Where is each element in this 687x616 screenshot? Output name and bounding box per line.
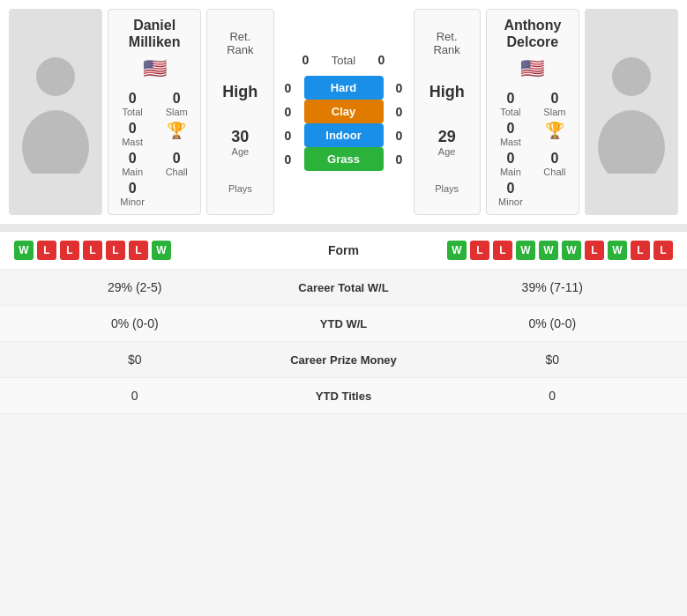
stat-left-3: 0 <box>14 389 256 403</box>
surface-btn-indoor[interactable]: Indoor <box>304 123 384 147</box>
right-total-value: 0 <box>506 91 514 107</box>
form-badge-right-7: W <box>608 241 627 260</box>
form-badge-right-4: W <box>539 241 558 260</box>
left-age-block: 30 Age <box>231 128 249 157</box>
stats-row-1: 0% (0-0) YTD W/L 0% (0-0) <box>0 306 687 342</box>
left-player-info: Daniel Milliken 🇺🇸 0 Total 0 Slam 0 Mast… <box>108 9 201 215</box>
right-mast-value: 0 <box>506 121 514 137</box>
right-age-block: 29 Age <box>438 128 456 157</box>
form-badge-left-3: L <box>83 241 102 260</box>
left-total-label: Total <box>122 107 142 117</box>
right-mast-cell: 0 Mast <box>490 121 531 147</box>
left-slam-cell: 0 Slam <box>156 91 197 117</box>
right-middle-card: Ret. Rank High 29 Age Plays <box>414 9 481 215</box>
svg-point-0 <box>36 57 75 96</box>
stat-label-0: Career Total W/L <box>256 281 432 294</box>
stats-row-3: 0 YTD Titles 0 <box>0 378 687 414</box>
left-main-cell: 0 Main <box>112 151 153 177</box>
svg-point-2 <box>612 57 651 96</box>
form-badge-left-1: L <box>37 241 56 260</box>
left-plays-label: Plays <box>228 183 252 194</box>
left-stats-grid: 0 Total 0 Slam 0 Mast 🏆 0 Main <box>112 91 197 207</box>
right-rank-block: Ret. Rank <box>433 30 459 56</box>
surface-right-score-clay: 0 <box>391 105 408 119</box>
form-badge-right-1: L <box>470 241 489 260</box>
right-stats-grid: 0 Total 0 Slam 0 Mast 🏆 0 Main <box>490 91 575 207</box>
right-player-info: Anthony Delcore 🇺🇸 0 Total 0 Slam 0 Mast… <box>486 9 579 215</box>
surface-left-score-hard: 0 <box>280 81 297 95</box>
total-right-score: 0 <box>373 53 391 67</box>
right-age-label: Age <box>438 146 456 157</box>
stat-label-2: Career Prize Money <box>256 353 432 367</box>
surface-btn-hard[interactable]: Hard <box>304 76 384 100</box>
total-left-score: 0 <box>297 53 315 67</box>
surface-right-score-indoor: 0 <box>391 129 408 143</box>
left-age-label: Age <box>231 146 249 157</box>
left-player-name: Daniel Milliken <box>112 17 197 50</box>
right-trophy-icon: 🏆 <box>545 121 564 140</box>
total-row: 0 Total 0 <box>297 53 391 67</box>
form-badge-left-4: L <box>106 241 125 260</box>
right-rank-sub-label: Rank <box>433 43 459 56</box>
surface-btn-grass[interactable]: Grass <box>304 147 384 171</box>
form-badges-right: WLLWWWLWLL <box>397 241 674 260</box>
surface-btn-clay[interactable]: Clay <box>304 100 384 123</box>
form-badges-left: WLLLLLW <box>14 241 291 260</box>
right-minor-cell: 0 Minor <box>490 181 531 207</box>
left-minor-cell: 0 Minor <box>112 181 153 207</box>
form-row: WLLLLLW Form WLLWWWLWLL <box>0 232 687 270</box>
right-ret-rank-label: Ret. <box>433 30 459 43</box>
right-plays-label: Plays <box>435 183 459 194</box>
right-main-value: 0 <box>506 151 514 167</box>
left-chall-cell: 0 Chall <box>156 151 197 177</box>
left-trophy-cell: 🏆 <box>156 121 197 147</box>
form-badge-left-2: L <box>60 241 79 260</box>
left-total-value: 0 <box>129 91 137 107</box>
stats-row-2: $0 Career Prize Money $0 <box>0 342 687 378</box>
surface-right-score-grass: 0 <box>391 152 408 167</box>
form-badge-right-8: L <box>631 241 650 260</box>
left-rank-sub-label: Rank <box>227 43 253 56</box>
right-trophy-cell: 🏆 <box>534 121 575 147</box>
right-high-value: High <box>429 83 465 101</box>
right-plays-block: Plays <box>435 183 459 194</box>
left-chall-value: 0 <box>173 151 181 167</box>
right-slam-label: Slam <box>543 107 565 117</box>
left-middle-card: Ret. Rank High 30 Age Plays <box>206 9 273 215</box>
stat-right-0: 39% (7-11) <box>432 280 674 294</box>
surface-row-clay: 0 Clay 0 <box>280 100 408 123</box>
surface-left-score-grass: 0 <box>280 152 297 167</box>
stat-left-1: 0% (0-0) <box>14 316 256 330</box>
main-container: Daniel Milliken 🇺🇸 0 Total 0 Slam 0 Mast… <box>0 0 687 414</box>
right-player-photo <box>585 9 678 215</box>
svg-point-1 <box>22 110 89 174</box>
left-mast-cell: 0 Mast <box>112 121 153 147</box>
left-minor-label: Minor <box>120 197 145 207</box>
stat-label-1: YTD W/L <box>256 317 432 330</box>
left-main-value: 0 <box>129 151 137 167</box>
surface-left-score-indoor: 0 <box>280 129 297 143</box>
left-player-photo <box>9 9 102 215</box>
right-player-name: Anthony Delcore <box>490 17 575 50</box>
right-chall-cell: 0 Chall <box>534 151 575 177</box>
form-label: Form <box>291 243 397 257</box>
right-chall-label: Chall <box>543 167 565 177</box>
bottom-section: WLLLLLW Form WLLWWWLWLL 29% (2-5) Career… <box>0 231 687 414</box>
form-badge-right-2: L <box>493 241 512 260</box>
right-main-cell: 0 Main <box>490 151 531 177</box>
stat-left-2: $0 <box>14 353 256 367</box>
left-trophy-icon: 🏆 <box>167 121 186 140</box>
left-chall-label: Chall <box>166 167 188 177</box>
left-plays-block: Plays <box>228 183 252 194</box>
left-flag-icon: 🇺🇸 <box>143 57 167 80</box>
right-mast-label: Mast <box>500 137 521 147</box>
surface-row-grass: 0 Grass 0 <box>280 147 408 171</box>
stats-row-0: 29% (2-5) Career Total W/L 39% (7-11) <box>0 270 687 306</box>
right-age-value: 29 <box>438 128 456 146</box>
surface-rows: 0 Hard 0 0 Clay 0 0 Indoor 0 0 Grass 0 <box>280 76 408 171</box>
right-high-block: High <box>429 83 465 101</box>
left-minor-value: 0 <box>129 181 137 197</box>
left-age-value: 30 <box>231 128 249 146</box>
left-total-cell: 0 Total <box>112 91 153 117</box>
right-slam-value: 0 <box>550 91 558 107</box>
